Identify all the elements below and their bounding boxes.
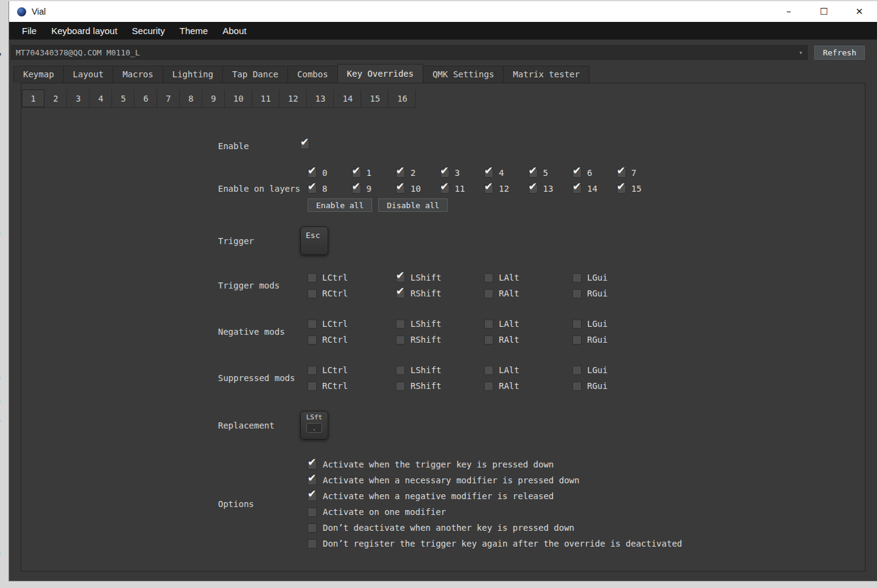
layer-checkbox-8[interactable] xyxy=(308,184,317,194)
trigger-key-button[interactable]: Esc xyxy=(300,226,328,255)
trigger-mods-checkbox-rctrl[interactable] xyxy=(308,289,317,298)
layer-checkbox-15[interactable] xyxy=(617,184,626,194)
maximize-button[interactable]: ☐ xyxy=(806,1,842,22)
option-checkbox-4[interactable] xyxy=(308,508,317,517)
suppressed-mods-checkbox-lshift[interactable] xyxy=(396,366,405,375)
negative-mods-checkbox-rctrl[interactable] xyxy=(308,335,317,345)
tab-matrix-tester[interactable]: Matrix tester xyxy=(503,66,590,83)
option-row-2: Activate when a necessary modifier is pr… xyxy=(308,472,865,488)
tab-combos[interactable]: Combos xyxy=(287,66,338,83)
override-slot-tab-8[interactable]: 8 xyxy=(180,89,202,107)
menu-item-keyboard-layout[interactable]: Keyboard layout xyxy=(44,22,124,40)
suppressed-mods-label-rctrl: RCtrl xyxy=(322,381,348,391)
override-slot-tab-14[interactable]: 14 xyxy=(334,89,361,107)
override-slot-tab-11[interactable]: 11 xyxy=(252,89,280,107)
option-checkbox-6[interactable] xyxy=(308,539,317,548)
trigger-mods-checkbox-lgui[interactable] xyxy=(572,273,582,282)
menu-item-theme[interactable]: Theme xyxy=(172,22,216,40)
layer-label-13: 13 xyxy=(543,184,554,194)
override-slot-tab-1[interactable]: 1 xyxy=(22,89,44,107)
layer-checkbox-4[interactable] xyxy=(484,169,493,178)
override-slot-tab-3[interactable]: 3 xyxy=(67,89,90,107)
override-slot-tab-9[interactable]: 9 xyxy=(202,89,225,107)
trigger-mods-checkbox-lalt[interactable] xyxy=(484,273,493,282)
override-slot-tab-16[interactable]: 16 xyxy=(389,89,416,107)
option-checkbox-2[interactable] xyxy=(308,476,317,485)
menu-item-file[interactable]: File xyxy=(15,22,44,40)
suppressed-mods-lgui: LGui xyxy=(572,365,661,375)
close-button[interactable]: ✕ xyxy=(842,1,877,22)
option-checkbox-1[interactable] xyxy=(308,460,317,469)
layer-toggle-11: 11 xyxy=(440,184,485,194)
layer-checkbox-1[interactable] xyxy=(352,169,361,178)
layer-checkbox-3[interactable] xyxy=(440,169,449,178)
refresh-button[interactable]: Refresh xyxy=(814,46,865,60)
tab-qmk-settings[interactable]: QMK Settings xyxy=(423,66,504,83)
trigger-mods-checkbox-rshift[interactable] xyxy=(396,289,405,298)
layer-checkbox-7[interactable] xyxy=(617,169,626,178)
layer-checkbox-10[interactable] xyxy=(396,184,405,194)
layer-checkbox-13[interactable] xyxy=(529,184,538,194)
layer-toggle-2: 2 xyxy=(396,168,440,178)
layer-checkbox-5[interactable] xyxy=(529,169,538,178)
section-suppressed-mods: Suppressed modsLCtrlLShiftLAltLGuiRCtrlR… xyxy=(21,362,865,394)
override-slot-tab-5[interactable]: 5 xyxy=(112,89,135,107)
suppressed-mods-checkbox-ralt[interactable] xyxy=(484,382,493,391)
layer-checkbox-2[interactable] xyxy=(396,169,405,178)
suppressed-mods-checkbox-lgui[interactable] xyxy=(572,366,582,375)
trigger-mods-checkbox-rgui[interactable] xyxy=(572,289,582,298)
layer-checkbox-12[interactable] xyxy=(484,184,493,194)
desktop-edge-glyph: ▪ xyxy=(0,396,1,405)
suppressed-mods-checkbox-lalt[interactable] xyxy=(484,366,493,375)
layer-checkbox-14[interactable] xyxy=(572,184,582,194)
replacement-key-button[interactable]: LSft . xyxy=(300,411,328,439)
negative-mods-checkbox-lctrl[interactable] xyxy=(308,320,317,329)
suppressed-mods-checkbox-rctrl[interactable] xyxy=(308,382,317,391)
enable-checkbox[interactable] xyxy=(300,140,309,149)
tab-layout[interactable]: Layout xyxy=(63,66,114,83)
trigger-mods-checkbox-lctrl[interactable] xyxy=(308,273,317,282)
vial-window: Vial – ☐ ✕ FileKeyboard layoutSecurityTh… xyxy=(9,1,877,581)
override-slot-tab-6[interactable]: 6 xyxy=(135,89,157,107)
layer-checkbox-9[interactable] xyxy=(352,184,361,194)
tab-key-overrides[interactable]: Key Overrides xyxy=(337,64,424,83)
suppressed-mods-checkbox-rshift[interactable] xyxy=(396,382,405,391)
layer-checkbox-6[interactable] xyxy=(572,169,582,178)
window-content: MT704340378@QQ.COM M0110_L ▾ Refresh Key… xyxy=(9,40,877,581)
option-checkbox-5[interactable] xyxy=(308,523,317,533)
option-checkbox-3[interactable] xyxy=(308,492,317,501)
override-slot-tab-12[interactable]: 12 xyxy=(280,89,307,107)
negative-mods-checkbox-lalt[interactable] xyxy=(484,320,493,329)
trigger-mods-checkbox-lshift[interactable] xyxy=(396,273,405,282)
trigger-mods-checkbox-ralt[interactable] xyxy=(484,289,493,298)
tab-tap-dance[interactable]: Tap Dance xyxy=(222,66,288,83)
tab-keymap[interactable]: Keymap xyxy=(13,66,64,83)
device-select[interactable]: MT704340378@QQ.COM M0110_L ▾ xyxy=(11,45,808,60)
override-slot-tab-15[interactable]: 15 xyxy=(361,89,389,107)
override-slot-tab-4[interactable]: 4 xyxy=(90,89,112,107)
menu-item-security[interactable]: Security xyxy=(125,22,172,40)
layer-checkbox-0[interactable] xyxy=(308,169,317,178)
negative-mods-checkbox-rgui[interactable] xyxy=(572,335,582,345)
layer-checkbox-grid: 0123456789101112131415 xyxy=(300,165,865,197)
negative-mods-checkbox-rshift[interactable] xyxy=(396,335,405,345)
enable-all-button[interactable]: Enable all xyxy=(308,198,372,212)
override-slot-tab-7[interactable]: 7 xyxy=(157,89,180,107)
layer-buttons: Enable all Disable all xyxy=(308,198,865,212)
override-slot-tab-2[interactable]: 2 xyxy=(44,89,67,107)
override-slot-tab-13[interactable]: 13 xyxy=(307,89,334,107)
disable-all-button[interactable]: Disable all xyxy=(378,198,448,212)
negative-mods-checkbox-ralt[interactable] xyxy=(484,335,493,345)
menu-item-about[interactable]: About xyxy=(215,22,253,40)
suppressed-mods-label-lalt: LAlt xyxy=(499,365,520,375)
tab-macros[interactable]: Macros xyxy=(113,66,163,83)
negative-mods-checkbox-lshift[interactable] xyxy=(396,320,405,329)
negative-mods-checkbox-lgui[interactable] xyxy=(572,320,582,329)
tab-lighting[interactable]: Lighting xyxy=(163,66,223,83)
trigger-mods-lctrl: LCtrl xyxy=(308,273,396,282)
suppressed-mods-checkbox-lctrl[interactable] xyxy=(308,366,317,375)
suppressed-mods-checkbox-rgui[interactable] xyxy=(572,382,582,391)
layer-checkbox-11[interactable] xyxy=(440,184,449,194)
override-slot-tab-10[interactable]: 10 xyxy=(225,89,252,107)
minimize-button[interactable]: – xyxy=(771,1,806,22)
